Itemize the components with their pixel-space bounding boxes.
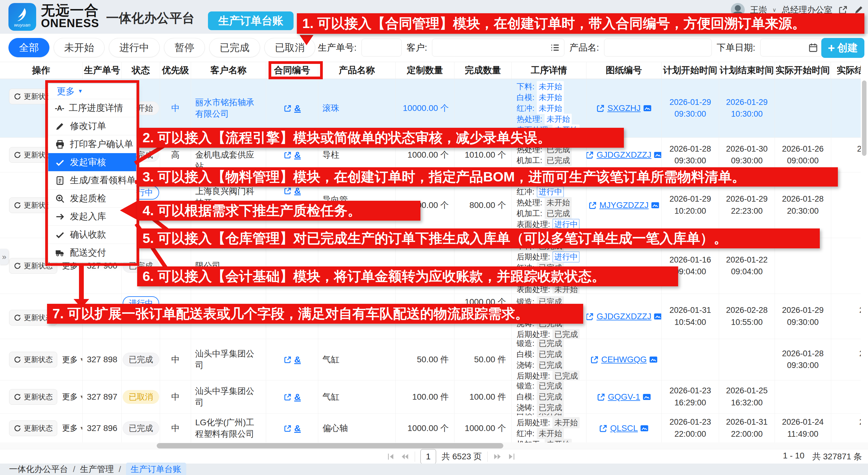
callout-2: 2. 可以接入【流程引擎】模块或简做单的状态审核，减少录单失误。: [137, 128, 624, 148]
total-label: 共 327871 条: [812, 451, 862, 462]
process-step: 后期处理:已完成: [517, 329, 580, 339]
last-page-icon[interactable]: [507, 452, 517, 461]
search-label: 下单日期:: [717, 41, 755, 54]
drawing-link[interactable]: SXGZHJ: [596, 103, 652, 113]
contract-cell[interactable]: &: [266, 339, 318, 380]
process-step: 红冲:未开始: [517, 428, 564, 439]
external-link-icon: [283, 355, 292, 364]
contract-link[interactable]: &: [283, 150, 301, 160]
drawing-link[interactable]: GJDGZXDZZJ: [587, 312, 661, 321]
chevron-down-icon[interactable]: ∨: [772, 7, 776, 13]
contract-link[interactable]: &: [283, 186, 301, 196]
status-filter-tabs: 全部未开始进行中暂停已完成已取消: [8, 38, 315, 57]
menu-item-工序进度详情[interactable]: -A-工序进度详情: [48, 99, 136, 117]
search-input[interactable]: [361, 39, 402, 57]
menu-item-发起审核[interactable]: 发起审核: [48, 153, 136, 171]
breadcrumb-production[interactable]: 生产管理: [80, 464, 114, 475]
filter-tab-已完成[interactable]: 已完成: [209, 38, 260, 57]
menu-item-修改订单[interactable]: 修改订单: [48, 117, 136, 135]
total-pages: 共 6523 页: [441, 451, 482, 462]
contract-link[interactable]: &: [283, 392, 301, 402]
datetime-value: 2026-01-2322:00:00: [670, 416, 711, 440]
contract-cell[interactable]: &: [266, 413, 318, 443]
column-header-8: 完成数量: [455, 62, 512, 79]
more-dropdown-trigger-active[interactable]: 更多▼: [48, 84, 136, 99]
update-status-button[interactable]: 更新状态: [9, 420, 57, 436]
more-dropdown-trigger[interactable]: 更多▼: [62, 391, 83, 402]
horizontal-scrollbar-thumb[interactable]: [157, 443, 503, 448]
vertical-scrollbar-thumb[interactable]: [862, 81, 867, 156]
drawing-link[interactable]: GJDGZXDZZJ: [587, 150, 661, 160]
filter-tab-暂停[interactable]: 暂停: [164, 38, 205, 57]
drawing-link[interactable]: CEHWGQG: [590, 355, 658, 365]
caret-down-icon: ▼: [80, 394, 83, 400]
annotation-arrow: [120, 201, 137, 220]
next-page-icon[interactable]: [493, 452, 502, 461]
update-status-button[interactable]: 更新状态: [9, 352, 57, 368]
more-dropdown-trigger[interactable]: 更多▼: [62, 354, 83, 365]
image-icon: [653, 312, 661, 321]
table-row[interactable]: 更新状态 更多▼ 327 896 已完成 中 LG化学(广州)工程塑料有限公司 …: [0, 413, 868, 443]
drawing-link[interactable]: GQGV-1: [596, 392, 652, 402]
drawing-link[interactable]: QLSCL: [598, 423, 649, 433]
breadcrumb-current[interactable]: 生产订单台账: [126, 463, 186, 475]
menu-item-生成/查看领料单[interactable]: 生成/查看领料单: [48, 171, 136, 189]
refresh-icon: [13, 314, 22, 322]
contract-link[interactable]: &: [283, 354, 301, 365]
search-fields: 生产单号:客户:产品名:下单日期:: [318, 38, 823, 57]
column-header-7: 定制数量: [396, 62, 455, 79]
search-input[interactable]: [760, 39, 823, 57]
callout-3: 3. 可以接入【物料管理】模块，在创建订单时，指定产品BOM，进而可生产该笔订单…: [137, 167, 838, 187]
contract-link[interactable]: &: [283, 103, 301, 113]
process-step: 机加工:已完成: [517, 155, 572, 166]
contract-link[interactable]: &: [283, 423, 301, 434]
search-input[interactable]: [432, 39, 564, 57]
process-detail: 锻造:已完成白模:已完成浇铸:已完成后期处理:已完成: [512, 339, 587, 380]
image-icon: [649, 355, 658, 365]
drawing-cell[interactable]: QLSCL: [587, 413, 661, 443]
update-status-button[interactable]: 更新状态: [9, 389, 57, 405]
table-row[interactable]: 更新状态 更多▼ 327 898 已完成 中 汕头中孚集团公司 & 气缸 50.…: [0, 339, 868, 380]
row-actions: 更新状态 更多▼: [0, 339, 83, 380]
prev-page-icon[interactable]: [400, 452, 409, 461]
callout-6: 6. 可以接入【会计基础】模块，将订单金额转为应收账款，并跟踪收款状态。: [137, 266, 678, 286]
menu-item-确认收款[interactable]: 确认收款: [48, 225, 136, 244]
more-dropdown-trigger[interactable]: 更多▼: [62, 423, 83, 434]
breadcrumb: 一体化办公平台 / 生产管理 / 生产订单台账: [0, 464, 868, 475]
drawing-cell[interactable]: GQGV-1: [587, 380, 661, 413]
actual-start: [775, 79, 831, 137]
image-icon: [650, 200, 660, 210]
plan-end: 2026-01-2910:30:00: [719, 79, 775, 137]
filter-tab-进行中[interactable]: 进行中: [109, 38, 160, 57]
truck-icon: [55, 248, 65, 258]
menu-item-配送交付[interactable]: 配送交付: [48, 244, 136, 262]
search-input[interactable]: [604, 39, 712, 57]
vertical-scrollbar[interactable]: [861, 62, 868, 442]
drawing-cell[interactable]: CEHWGQG: [587, 339, 661, 380]
process-step: 热处理:未开始: [517, 114, 572, 124]
filter-tab-未开始[interactable]: 未开始: [54, 38, 104, 57]
horizontal-scrollbar[interactable]: [0, 442, 868, 449]
module-tag-button[interactable]: 生产订单台账: [208, 11, 293, 30]
table-row[interactable]: 更新状态 更多▼ 327 897 已取消 中 汕头中孚集团公司 & 气缸 100…: [0, 380, 868, 413]
image-icon: [642, 392, 652, 402]
menu-item-打印客户确认单[interactable]: 打印客户确认单: [48, 135, 136, 153]
page-input[interactable]: 1: [421, 449, 436, 464]
sidebar-expander[interactable]: »: [0, 249, 8, 265]
order-number: 327 898: [83, 339, 122, 380]
drawing-link[interactable]: MJYGZDZZJ: [588, 200, 660, 210]
plan-end: 2026-02-2810:55:00: [719, 294, 775, 339]
create-button[interactable]: + 创建: [821, 38, 864, 58]
breadcrumb-platform[interactable]: 一体化办公平台: [9, 464, 68, 475]
arrow-right-icon: [55, 212, 65, 222]
annotation-arrow: [300, 35, 313, 45]
customer-name: 汕头中孚集团公司: [191, 380, 266, 413]
drawing-cell[interactable]: GJDGZXDZZJ: [587, 294, 661, 339]
contract-cell[interactable]: &: [266, 380, 318, 413]
page-title: 一体化办公平台: [106, 10, 195, 27]
column-header-3: 优先级: [160, 62, 191, 79]
filter-bar: 全部未开始进行中暂停已完成已取消 生产单号:客户:产品名:下单日期:: [0, 34, 868, 62]
plan-start: 2026-01-2316:29:00: [661, 380, 719, 413]
first-page-icon[interactable]: [386, 452, 395, 461]
filter-tab-全部[interactable]: 全部: [8, 38, 50, 57]
